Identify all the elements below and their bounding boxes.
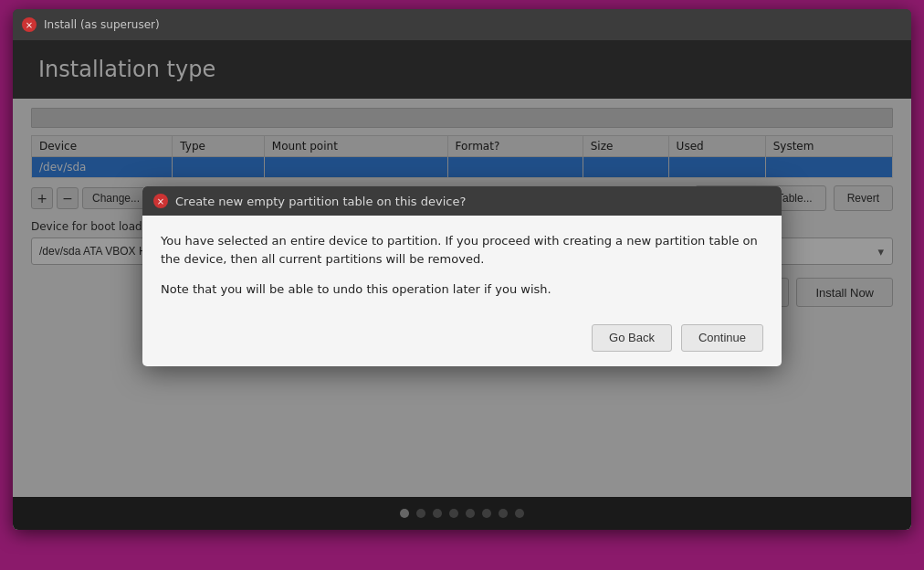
dialog-close-icon[interactable]: × <box>153 194 168 208</box>
create-partition-dialog: × Create new empty partition table on th… <box>142 186 782 366</box>
title-bar: × Install (as superuser) <box>13 9 911 40</box>
main-window: × Install (as superuser) Installation ty… <box>13 9 911 530</box>
dialog-header: × Create new empty partition table on th… <box>142 186 782 216</box>
dialog-body: You have selected an entire device to pa… <box>142 216 782 315</box>
window-title: Install (as superuser) <box>44 18 160 31</box>
window-close-button[interactable]: × <box>22 17 37 32</box>
continue-button[interactable]: Continue <box>681 324 763 352</box>
dialog-note: Note that you will be able to undo this … <box>161 280 763 299</box>
go-back-button[interactable]: Go Back <box>592 324 672 352</box>
dialog-message: You have selected an entire device to pa… <box>161 232 763 268</box>
content-area: Installation type Device Type Mount poin… <box>13 40 911 530</box>
dialog-footer: Go Back Continue <box>142 315 782 366</box>
dialog-title: Create new empty partition table on this… <box>175 195 466 208</box>
